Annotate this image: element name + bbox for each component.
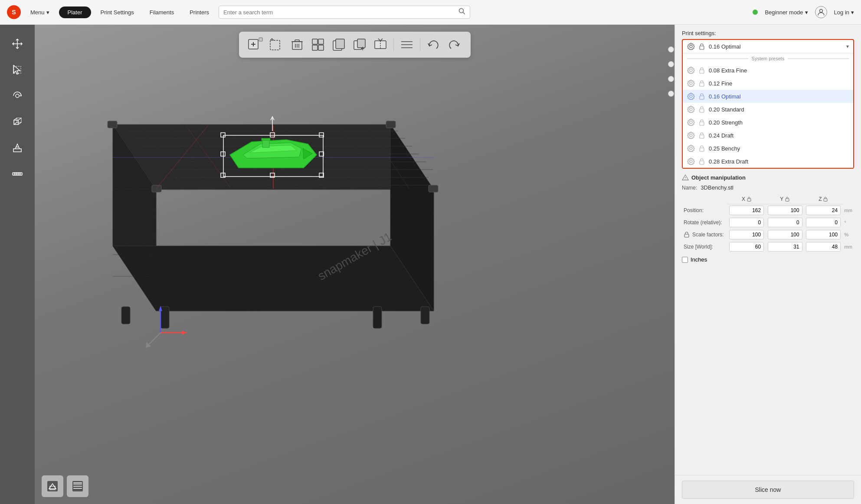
menu-button[interactable]: Menu ▾ (24, 7, 56, 18)
svg-marker-122 (182, 331, 187, 334)
size-x-input[interactable] (729, 242, 764, 252)
preset-item-benchy[interactable]: 0.25 Benchy (683, 142, 853, 155)
rotate-label: Rotate (relative): (682, 216, 727, 229)
svg-line-1 (463, 13, 465, 14)
viewport[interactable]: snapmaker | J1 (35, 25, 674, 504)
login-button[interactable]: Log in ▾ (834, 9, 854, 16)
svg-rect-33 (295, 40, 299, 42)
svg-rect-106 (262, 140, 269, 147)
measure-tool-button[interactable] (5, 162, 29, 186)
right-panel: Print settings: 0.16 Optimal (674, 25, 861, 504)
section-label-text: System presets (752, 56, 785, 61)
rotate-unit: ° (843, 216, 854, 229)
inches-row: Inches (682, 256, 854, 263)
z-column-header: Z (804, 194, 842, 204)
filaments-button[interactable]: Filaments (144, 7, 180, 18)
rotate-y-input[interactable] (768, 218, 802, 227)
slice-now-button[interactable]: Slice now (682, 481, 854, 499)
position-z-input[interactable] (806, 206, 841, 215)
dropdown-section-header: System presets (683, 53, 853, 64)
delete-button[interactable] (288, 35, 307, 54)
preset-label: 0.25 Benchy (709, 145, 740, 152)
preset-item-extra-fine[interactable]: 0.08 Extra Fine (683, 64, 853, 77)
svg-point-149 (690, 160, 692, 163)
position-x-input[interactable] (729, 206, 764, 215)
svg-rect-138 (700, 83, 704, 86)
selected-preset-text: 0.16 Optimal (709, 43, 843, 50)
preset-label: 0.20 Strength (709, 119, 743, 126)
rotate-x-input[interactable] (729, 218, 764, 227)
lock-icon-sm (698, 80, 705, 87)
connection-status-dot (753, 10, 758, 15)
user-icon[interactable] (815, 6, 827, 18)
preset-item-fine[interactable]: 0.12 Fine (683, 77, 853, 90)
size-label: Size [World]: (682, 241, 727, 253)
size-row: Size [World]: mm (682, 241, 854, 253)
undo-button[interactable] (424, 35, 443, 54)
plater-button[interactable]: Plater (59, 7, 91, 18)
scale-x-input[interactable] (729, 230, 764, 239)
rotate-z-input[interactable] (806, 218, 841, 227)
copy-button[interactable] (329, 35, 348, 54)
svg-marker-55 (113, 246, 434, 311)
redo-button[interactable] (445, 35, 464, 54)
beginner-mode-chevron-icon: ▾ (805, 9, 808, 16)
z-lock-icon (823, 196, 828, 202)
svg-rect-142 (700, 109, 704, 112)
warning-icon (682, 174, 689, 181)
preset-label: 0.16 Optimal (709, 93, 741, 100)
panel-handle-3[interactable] (668, 76, 674, 82)
menu-chevron-icon: ▾ (46, 9, 49, 16)
panel-handle-1[interactable] (668, 46, 674, 52)
print-settings-button[interactable]: Print Settings (95, 7, 140, 18)
preset-item-draft[interactable]: 0.24 Draft (683, 129, 853, 142)
login-label: Log in (834, 9, 849, 16)
svg-rect-39 (312, 45, 318, 50)
print-settings-section-label: Print settings: (682, 30, 854, 36)
layers-view-button[interactable] (67, 475, 88, 497)
place-tool-button[interactable] (5, 136, 29, 160)
size-y-input[interactable] (768, 242, 802, 252)
svg-point-139 (690, 95, 692, 98)
gear-icon (687, 43, 695, 50)
preset-item-optimal[interactable]: 0.16 Optimal (683, 90, 853, 103)
add-object-button[interactable] (246, 35, 265, 54)
size-unit: mm (843, 241, 854, 253)
printers-label: Printers (190, 9, 209, 16)
svg-point-6 (16, 94, 19, 98)
preset-item-strength[interactable]: 0.20 Strength (683, 116, 853, 129)
lock-icon-sm (698, 106, 705, 113)
panel-handle-4[interactable] (668, 91, 674, 97)
search-icon[interactable] (458, 8, 465, 16)
selection-button[interactable] (267, 35, 286, 54)
svg-point-141 (690, 108, 692, 111)
scale-y-input[interactable] (768, 230, 802, 239)
dropdown-header[interactable]: 0.16 Optimal ▾ (683, 40, 853, 53)
select-tool-button[interactable] (5, 58, 29, 82)
login-chevron-icon: ▾ (851, 9, 854, 16)
beginner-mode-button[interactable]: Beginner mode ▾ (765, 9, 808, 16)
panel-handle-2[interactable] (668, 61, 674, 67)
preset-label: 0.20 Standard (709, 106, 744, 113)
move-tool-button[interactable] (5, 32, 29, 56)
3d-view-button[interactable] (42, 475, 63, 497)
scale-z-input[interactable] (806, 230, 841, 239)
layers-button[interactable] (397, 35, 416, 54)
svg-rect-95 (421, 307, 429, 324)
scale-tool-button[interactable] (5, 110, 29, 134)
instance-button[interactable] (350, 35, 369, 54)
print-settings-dropdown[interactable]: 0.16 Optimal ▾ System presets (682, 39, 854, 169)
position-row: Position: mm (682, 204, 854, 217)
preset-item-standard[interactable]: 0.20 Standard (683, 103, 853, 116)
arrange-button[interactable] (308, 35, 327, 54)
printers-button[interactable]: Printers (183, 7, 215, 18)
gear-icon-sm (687, 131, 695, 139)
size-z-input[interactable] (806, 242, 841, 252)
preset-item-extra-draft[interactable]: 0.28 Extra Draft (683, 155, 853, 168)
search-input[interactable] (223, 9, 455, 16)
inches-checkbox[interactable] (682, 257, 688, 263)
split-button[interactable] (371, 35, 390, 54)
lock-icon (698, 43, 705, 50)
position-y-input[interactable] (768, 206, 802, 215)
rotate-tool-button[interactable] (5, 84, 29, 108)
